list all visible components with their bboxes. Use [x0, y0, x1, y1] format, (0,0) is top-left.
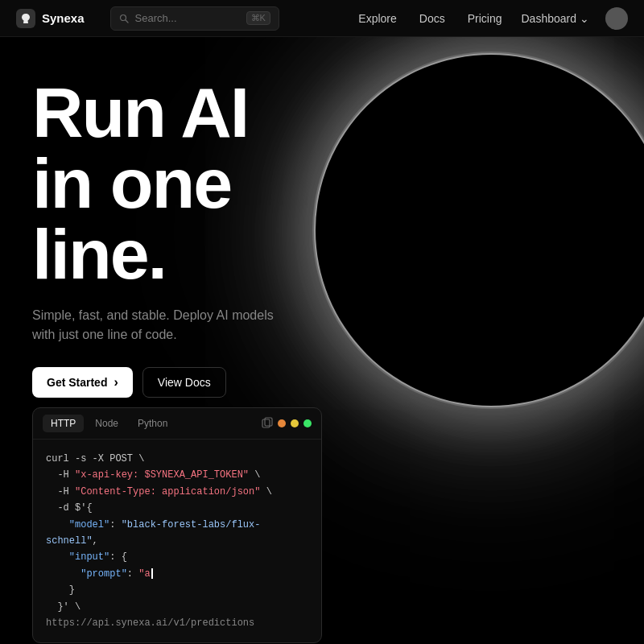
code-block: HTTP Node Python curl -s -X POST \ -H "x… [32, 407, 322, 643]
svg-point-0 [120, 14, 126, 20]
code-line-4: -d $'{ [46, 500, 308, 516]
nav-dashboard[interactable]: Dashboard ⌄ [515, 9, 597, 28]
get-started-button[interactable]: Get Started › [32, 367, 133, 398]
svg-line-1 [126, 20, 128, 23]
nav-link-explore[interactable]: Explore [349, 9, 406, 28]
nav-link-pricing[interactable]: Pricing [458, 9, 512, 28]
tab-http[interactable]: HTTP [43, 415, 84, 432]
glow-circle [314, 53, 644, 407]
hero-content: Run AI in one line. Simple, fast, and st… [32, 77, 290, 398]
tab-node[interactable]: Node [87, 415, 126, 432]
hero-subtitle: Simple, fast, and stable. Deploy AI mode… [32, 306, 290, 345]
navbar: Synexa ⌘K Explore Docs Pricing Dashboard… [0, 0, 644, 37]
code-content: curl -s -X POST \ -H "x-api-key: $SYNEXA… [33, 440, 321, 642]
dot-orange [278, 419, 286, 427]
nav-logo[interactable]: Synexa [16, 9, 85, 28]
chevron-down-icon: ⌄ [580, 12, 589, 25]
tab-python[interactable]: Python [130, 415, 175, 432]
avatar[interactable] [605, 7, 628, 30]
code-line-7: "prompt": "a [46, 566, 308, 582]
code-line-3: -H "Content-Type: application/json" \ [46, 484, 308, 500]
search-bar[interactable]: ⌘K [110, 6, 279, 31]
code-line-1: curl -s -X POST \ [46, 451, 308, 467]
logo-icon [16, 9, 35, 28]
code-tabs: HTTP Node Python [33, 408, 321, 440]
code-line-10: https://api.synexa.ai/v1/predictions [46, 615, 308, 631]
hero-section: Run AI in one line. Simple, fast, and st… [0, 37, 644, 644]
code-line-5: "model": "black-forest-labs/flux-schnell… [46, 517, 308, 550]
dot-yellow [291, 419, 299, 427]
dot-green [303, 419, 312, 427]
hero-buttons: Get Started › View Docs [32, 367, 290, 398]
hero-title: Run AI in one line. [32, 77, 290, 290]
nav-link-docs[interactable]: Docs [410, 9, 455, 28]
search-icon [119, 14, 129, 23]
nav-links: Explore Docs Pricing Dashboard ⌄ [349, 7, 628, 30]
code-line-8: } [46, 582, 308, 598]
code-actions [262, 417, 312, 431]
code-line-2: -H "x-api-key: $SYNEXA_API_TOKEN" \ [46, 467, 308, 483]
search-input[interactable] [135, 12, 240, 24]
search-shortcut: ⌘K [246, 11, 270, 25]
copy-icon[interactable] [262, 417, 273, 431]
arrow-icon: › [114, 375, 118, 390]
view-docs-button[interactable]: View Docs [142, 367, 226, 398]
code-line-6: "input": { [46, 549, 308, 565]
brand-name: Synexa [42, 11, 85, 25]
code-line-9: }' \ [46, 599, 308, 615]
